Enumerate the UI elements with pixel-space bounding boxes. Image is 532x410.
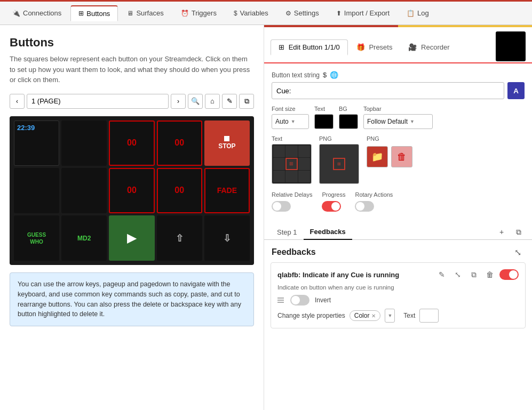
align-mc[interactable]: ⊞ [285,158,297,170]
variables-icon: $ [234,10,237,17]
nav-tab-triggers[interactable]: ⏰ Triggers [173,5,225,21]
recorder-tab[interactable]: 🎥 Recorder [401,40,457,54]
text-style-button[interactable]: A [507,82,525,99]
btn-cell-8[interactable]: 00 [109,168,154,213]
btn-cell-3[interactable]: 00 [109,120,154,166]
step1-tab[interactable]: Step 1 [271,225,304,239]
drag-handle[interactable] [277,298,284,303]
expand-feedbacks-button[interactable]: ⤡ [511,245,525,259]
nav-tab-variables[interactable]: $ Variables [226,5,276,21]
text-color-swatch[interactable] [314,114,334,129]
png1-alignment-grid[interactable]: ⊞ [319,144,359,184]
presets-tab[interactable]: 🎁 Presets [349,40,400,54]
nav-tab-settings[interactable]: ⚙ Settings [277,5,327,21]
align-tc[interactable] [285,146,297,157]
remove-color-tag-button[interactable]: ✕ [371,313,376,319]
relative-delays-toggle[interactable] [272,201,291,212]
button-text-label: Button text string [272,71,320,79]
align-ml[interactable] [273,158,285,170]
next-page-button[interactable]: › [171,94,186,109]
style-dropdown[interactable]: ▼ [385,309,395,323]
triggers-icon: ⏰ [181,10,189,17]
feedback-enabled-toggle[interactable] [499,269,519,280]
png1-mr[interactable] [346,158,358,170]
btn-cell-14[interactable]: ⇧ [157,215,202,261]
png2-icon-red[interactable]: 📁 [367,146,388,167]
topbar-group: Topbar Follow Default ▼ [363,106,433,129]
add-step-button[interactable]: + [495,225,509,239]
text-box-small[interactable] [419,309,439,323]
align-tl[interactable] [273,146,285,157]
png2-icon-pink[interactable]: 🗑 [391,146,412,167]
page-description: The squares below represent each button … [10,54,254,85]
font-size-dropdown[interactable]: Auto ▼ [272,114,309,129]
expand-feedback-button[interactable]: ⤡ [451,268,464,281]
copy-step-button[interactable]: ⧉ [512,225,526,239]
edit-button-tab[interactable]: ⊞ Edit Button 1/1/0 [271,39,348,55]
align-tr[interactable] [298,146,310,157]
step-tab-actions: + ⧉ [495,225,526,239]
png1-tc[interactable] [333,146,345,157]
text-alignment-grid[interactable]: ⊞ [272,144,312,184]
align-br[interactable] [298,171,310,182]
rotary-actions-toggle[interactable] [355,201,374,212]
png2-buttons-row: 📁 🗑 [367,146,412,167]
btn-cell-4[interactable]: 00 [157,120,202,166]
png-text-row: Text ⊞ [272,135,525,184]
page-nav: ‹ › 🔍 ⌂ ✎ ⧉ [10,94,254,109]
png1-bc[interactable] [333,171,345,182]
btn-cell-11[interactable]: GUESSWHO [14,215,59,261]
btn-cell-1[interactable]: 22:39 [14,120,59,166]
home-page-button[interactable]: ⌂ [205,94,220,109]
nav-tab-connections[interactable]: 🔌 Connections [4,5,69,21]
btn-cell-2[interactable] [61,120,107,166]
btn-cell-6[interactable] [14,168,59,213]
btn-cell-15[interactable]: ⇩ [204,215,250,261]
duplicate-feedback-button[interactable]: ⧉ [467,268,480,281]
recorder-icon: 🎥 [408,43,417,51]
nav-tab-log[interactable]: 📋 Log [399,5,437,21]
align-bc[interactable] [285,171,297,182]
topbar-dropdown[interactable]: Follow Default ▼ [363,114,433,129]
align-bl[interactable] [273,171,285,182]
chevron-down-icon: ▼ [291,119,296,124]
button-text-input[interactable] [272,82,504,99]
feedbacks-tab[interactable]: Feedbacks [304,224,352,240]
nav-tab-surfaces[interactable]: 🖥 Surfaces [119,5,171,21]
invert-toggle[interactable] [290,295,309,306]
png1-tr[interactable] [346,146,358,157]
btn-cell-10[interactable]: FADE [204,168,250,213]
png1-tl[interactable] [321,146,332,157]
page-input[interactable] [27,94,169,109]
sub-tabs: ⊞ Edit Button 1/1/0 🎁 Presets 🎥 Recorder [264,27,532,63]
btn-cell-12[interactable]: MD2 [61,215,107,261]
style-props-label: Change style properties [277,312,345,319]
settings-icon: ⚙ [285,10,291,17]
text-input-row: A [272,82,525,99]
btn-cell-7[interactable] [61,168,107,213]
color-tag-pill[interactable]: Color ✕ [350,310,381,321]
progress-toggle[interactable] [322,201,341,212]
rotary-actions-toggle-group: Rotary Actions [355,191,393,212]
edit-feedback-button[interactable]: ✎ [435,268,448,281]
prev-page-button[interactable]: ‹ [10,94,25,109]
edit-page-button[interactable]: ✎ [222,94,237,109]
btn-cell-9[interactable]: 00 [157,168,202,213]
nav-tab-buttons[interactable]: ⊞ Buttons [70,5,118,21]
search-page-button[interactable]: 🔍 [188,94,203,109]
delete-feedback-button[interactable]: 🗑 [483,268,496,281]
png1-br[interactable] [346,171,358,182]
btn-cell-13[interactable]: ▶ [109,215,154,261]
png1-bl[interactable] [321,171,332,182]
btn-cell-5[interactable]: STOP [204,120,250,166]
copy-page-button[interactable]: ⧉ [239,94,254,109]
png1-ml[interactable] [321,158,332,170]
nav-tab-import-export[interactable]: ⬆ Import / Export [328,5,398,21]
feedback-item-header: qlabfb: Indicate if any Cue is running ✎… [277,268,519,281]
text-alignment-label: Text [272,135,312,142]
align-mr[interactable] [298,158,310,170]
bg-color-group: BG [339,106,358,129]
bg-color-swatch[interactable] [339,114,358,129]
png1-mc[interactable]: ⊞ [333,158,345,170]
font-size-row: Font size Auto ▼ Text BG Topbar [272,106,525,129]
